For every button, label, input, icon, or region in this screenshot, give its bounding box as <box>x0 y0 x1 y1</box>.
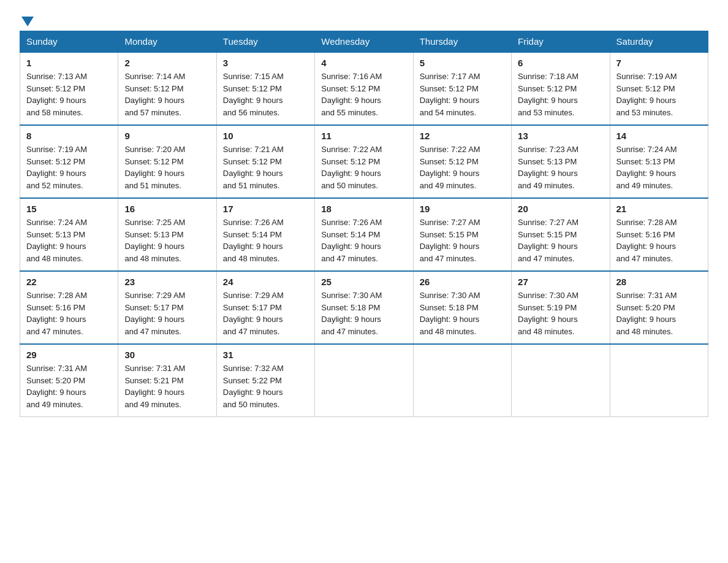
calendar-header-row: SundayMondayTuesdayWednesdayThursdayFrid… <box>20 31 708 53</box>
day-info: Sunrise: 7:16 AMSunset: 5:12 PMDaylight:… <box>321 71 406 118</box>
day-number: 19 <box>420 204 505 214</box>
day-info: Sunrise: 7:26 AMSunset: 5:14 PMDaylight:… <box>321 216 406 264</box>
day-number: 31 <box>223 350 308 360</box>
calendar-cell: 6Sunrise: 7:18 AMSunset: 5:12 PMDaylight… <box>512 52 610 125</box>
day-number: 3 <box>223 58 308 68</box>
calendar-cell: 18Sunrise: 7:26 AMSunset: 5:14 PMDayligh… <box>315 198 413 271</box>
day-number: 18 <box>321 204 406 214</box>
day-number: 29 <box>26 350 112 360</box>
day-info: Sunrise: 7:22 AMSunset: 5:12 PMDaylight:… <box>321 144 406 191</box>
calendar-cell: 26Sunrise: 7:30 AMSunset: 5:18 PMDayligh… <box>413 271 511 344</box>
calendar-cell: 9Sunrise: 7:20 AMSunset: 5:12 PMDaylight… <box>118 125 216 198</box>
header-friday: Friday <box>512 31 610 53</box>
logo-arrow-icon <box>21 17 34 26</box>
day-info: Sunrise: 7:29 AMSunset: 5:17 PMDaylight:… <box>223 289 308 337</box>
day-info: Sunrise: 7:27 AMSunset: 5:15 PMDaylight:… <box>420 216 505 264</box>
day-info: Sunrise: 7:31 AMSunset: 5:20 PMDaylight:… <box>616 289 702 337</box>
day-info: Sunrise: 7:31 AMSunset: 5:21 PMDaylight:… <box>124 362 210 410</box>
day-info: Sunrise: 7:15 AMSunset: 5:12 PMDaylight:… <box>223 71 308 118</box>
day-number: 4 <box>321 58 406 68</box>
day-number: 12 <box>420 131 505 141</box>
calendar-week-row: 22Sunrise: 7:28 AMSunset: 5:16 PMDayligh… <box>20 271 708 344</box>
calendar-cell: 12Sunrise: 7:22 AMSunset: 5:12 PMDayligh… <box>413 125 511 198</box>
calendar-cell: 11Sunrise: 7:22 AMSunset: 5:12 PMDayligh… <box>315 125 413 198</box>
day-info: Sunrise: 7:28 AMSunset: 5:16 PMDaylight:… <box>26 289 112 337</box>
day-info: Sunrise: 7:21 AMSunset: 5:12 PMDaylight:… <box>223 144 308 191</box>
day-number: 1 <box>26 58 112 68</box>
day-info: Sunrise: 7:30 AMSunset: 5:18 PMDaylight:… <box>321 289 406 337</box>
header-sunday: Sunday <box>20 31 118 53</box>
calendar-cell: 31Sunrise: 7:32 AMSunset: 5:22 PMDayligh… <box>216 344 314 417</box>
day-number: 22 <box>26 277 112 287</box>
calendar-cell <box>512 344 610 417</box>
calendar-week-row: 1Sunrise: 7:13 AMSunset: 5:12 PMDaylight… <box>20 52 708 125</box>
day-info: Sunrise: 7:25 AMSunset: 5:13 PMDaylight:… <box>124 216 210 264</box>
calendar-cell <box>413 344 511 417</box>
day-number: 20 <box>518 204 603 214</box>
day-number: 21 <box>616 204 702 214</box>
day-number: 28 <box>616 277 702 287</box>
calendar-cell: 4Sunrise: 7:16 AMSunset: 5:12 PMDaylight… <box>315 52 413 125</box>
day-number: 11 <box>321 131 406 141</box>
day-number: 23 <box>124 277 210 287</box>
calendar-cell: 8Sunrise: 7:19 AMSunset: 5:12 PMDaylight… <box>20 125 118 198</box>
calendar-cell: 5Sunrise: 7:17 AMSunset: 5:12 PMDaylight… <box>413 52 511 125</box>
day-number: 30 <box>124 350 210 360</box>
calendar-cell: 23Sunrise: 7:29 AMSunset: 5:17 PMDayligh… <box>118 271 216 344</box>
day-info: Sunrise: 7:20 AMSunset: 5:12 PMDaylight:… <box>124 144 210 191</box>
calendar-cell: 22Sunrise: 7:28 AMSunset: 5:16 PMDayligh… <box>20 271 118 344</box>
logo <box>20 15 36 25</box>
day-info: Sunrise: 7:23 AMSunset: 5:13 PMDaylight:… <box>518 144 603 191</box>
day-info: Sunrise: 7:30 AMSunset: 5:19 PMDaylight:… <box>518 289 603 337</box>
day-number: 5 <box>420 58 505 68</box>
header-monday: Monday <box>118 31 216 53</box>
calendar-cell: 29Sunrise: 7:31 AMSunset: 5:20 PMDayligh… <box>20 344 118 417</box>
calendar-cell: 7Sunrise: 7:19 AMSunset: 5:12 PMDaylight… <box>610 52 708 125</box>
calendar-cell: 1Sunrise: 7:13 AMSunset: 5:12 PMDaylight… <box>20 52 118 125</box>
calendar-cell: 16Sunrise: 7:25 AMSunset: 5:13 PMDayligh… <box>118 198 216 271</box>
day-info: Sunrise: 7:28 AMSunset: 5:16 PMDaylight:… <box>616 216 702 264</box>
calendar-cell: 3Sunrise: 7:15 AMSunset: 5:12 PMDaylight… <box>216 52 314 125</box>
calendar-week-row: 15Sunrise: 7:24 AMSunset: 5:13 PMDayligh… <box>20 198 708 271</box>
header-thursday: Thursday <box>413 31 511 53</box>
day-info: Sunrise: 7:18 AMSunset: 5:12 PMDaylight:… <box>518 71 603 118</box>
day-number: 9 <box>124 131 210 141</box>
calendar-cell <box>610 344 708 417</box>
header-saturday: Saturday <box>610 31 708 53</box>
day-number: 2 <box>124 58 210 68</box>
day-number: 8 <box>26 131 112 141</box>
day-info: Sunrise: 7:22 AMSunset: 5:12 PMDaylight:… <box>420 144 505 191</box>
day-info: Sunrise: 7:31 AMSunset: 5:20 PMDaylight:… <box>26 362 112 410</box>
day-info: Sunrise: 7:27 AMSunset: 5:15 PMDaylight:… <box>518 216 603 264</box>
header-wednesday: Wednesday <box>315 31 413 53</box>
day-info: Sunrise: 7:32 AMSunset: 5:22 PMDaylight:… <box>223 362 308 410</box>
calendar-table: SundayMondayTuesdayWednesdayThursdayFrid… <box>20 31 708 417</box>
calendar-week-row: 8Sunrise: 7:19 AMSunset: 5:12 PMDaylight… <box>20 125 708 198</box>
header-tuesday: Tuesday <box>216 31 314 53</box>
page-header <box>20 15 708 25</box>
calendar-cell: 19Sunrise: 7:27 AMSunset: 5:15 PMDayligh… <box>413 198 511 271</box>
day-number: 6 <box>518 58 603 68</box>
calendar-cell: 30Sunrise: 7:31 AMSunset: 5:21 PMDayligh… <box>118 344 216 417</box>
calendar-cell <box>315 344 413 417</box>
day-info: Sunrise: 7:29 AMSunset: 5:17 PMDaylight:… <box>124 289 210 337</box>
day-info: Sunrise: 7:24 AMSunset: 5:13 PMDaylight:… <box>616 144 702 191</box>
calendar-cell: 15Sunrise: 7:24 AMSunset: 5:13 PMDayligh… <box>20 198 118 271</box>
day-number: 14 <box>616 131 702 141</box>
calendar-cell: 27Sunrise: 7:30 AMSunset: 5:19 PMDayligh… <box>512 271 610 344</box>
day-info: Sunrise: 7:13 AMSunset: 5:12 PMDaylight:… <box>26 71 112 118</box>
day-number: 10 <box>223 131 308 141</box>
day-number: 16 <box>124 204 210 214</box>
day-number: 26 <box>420 277 505 287</box>
calendar-cell: 17Sunrise: 7:26 AMSunset: 5:14 PMDayligh… <box>216 198 314 271</box>
day-number: 7 <box>616 58 702 68</box>
day-info: Sunrise: 7:19 AMSunset: 5:12 PMDaylight:… <box>26 144 112 191</box>
day-number: 13 <box>518 131 603 141</box>
calendar-cell: 24Sunrise: 7:29 AMSunset: 5:17 PMDayligh… <box>216 271 314 344</box>
calendar-cell: 14Sunrise: 7:24 AMSunset: 5:13 PMDayligh… <box>610 125 708 198</box>
calendar-cell: 2Sunrise: 7:14 AMSunset: 5:12 PMDaylight… <box>118 52 216 125</box>
calendar-cell: 13Sunrise: 7:23 AMSunset: 5:13 PMDayligh… <box>512 125 610 198</box>
day-info: Sunrise: 7:24 AMSunset: 5:13 PMDaylight:… <box>26 216 112 264</box>
day-info: Sunrise: 7:17 AMSunset: 5:12 PMDaylight:… <box>420 71 505 118</box>
day-info: Sunrise: 7:19 AMSunset: 5:12 PMDaylight:… <box>616 71 702 118</box>
